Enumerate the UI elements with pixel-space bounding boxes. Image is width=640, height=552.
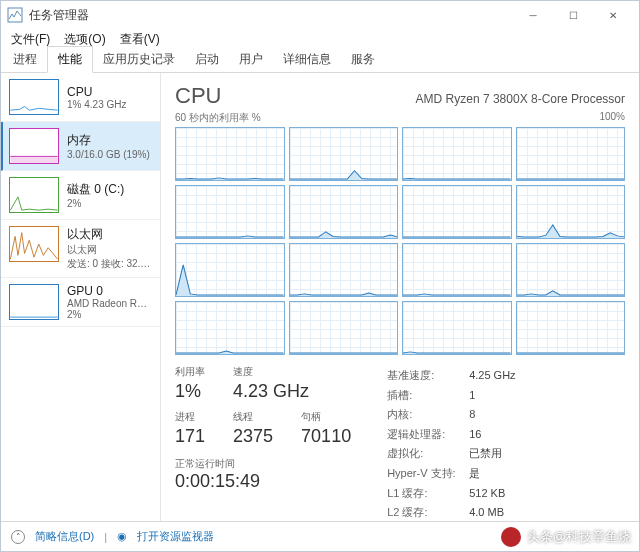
core-cell[interactable] xyxy=(289,243,399,297)
svg-rect-1 xyxy=(10,156,57,163)
core-cell[interactable] xyxy=(175,301,285,355)
handle-value: 70110 xyxy=(301,426,351,447)
sockets-value: 1 xyxy=(465,387,519,405)
watermark: 头条@科技章鱼烧 xyxy=(501,527,631,547)
tab-users[interactable]: 用户 xyxy=(229,47,273,72)
tabstrip: 进程 性能 应用历史记录 启动 用户 详细信息 服务 xyxy=(1,49,639,73)
open-resmon-link[interactable]: 打开资源监视器 xyxy=(137,529,214,544)
minimize-button[interactable]: ─ xyxy=(513,1,553,29)
sidebar-ethernet-sub: 以太网 xyxy=(67,243,152,257)
sidebar-item-gpu[interactable]: GPU 0AMD Radeon RX…2% xyxy=(1,278,160,327)
core-cell[interactable] xyxy=(402,185,512,239)
sockets-label: 插槽: xyxy=(383,387,463,405)
cpu-thumb-icon xyxy=(9,79,59,115)
ethernet-thumb-icon xyxy=(9,226,59,262)
l2-label: L2 缓存: xyxy=(383,504,463,521)
hyperv-value: 是 xyxy=(465,465,519,483)
sidebar-disk-title: 磁盘 0 (C:) xyxy=(67,181,124,198)
tab-startup[interactable]: 启动 xyxy=(185,47,229,72)
core-cell[interactable] xyxy=(402,301,512,355)
sidebar-gpu-title: GPU 0 xyxy=(67,284,152,298)
disk-thumb-icon xyxy=(9,177,59,213)
window-title: 任务管理器 xyxy=(29,7,513,24)
proc-value: 171 xyxy=(175,426,205,447)
sidebar-ethernet-title: 以太网 xyxy=(67,226,152,243)
avatar-icon xyxy=(501,527,521,547)
sidebar-gpu-sub2: 2% xyxy=(67,309,152,320)
sidebar-item-disk[interactable]: 磁盘 0 (C:)2% xyxy=(1,171,160,220)
page-title: CPU xyxy=(175,83,221,109)
core-cell[interactable] xyxy=(175,127,285,181)
chevron-up-icon[interactable]: ˄ xyxy=(11,530,25,544)
tab-details[interactable]: 详细信息 xyxy=(273,47,341,72)
core-cell[interactable] xyxy=(289,127,399,181)
l2-value: 4.0 MB xyxy=(465,504,519,521)
svg-marker-10 xyxy=(517,225,625,238)
hyperv-label: Hyper-V 支持: xyxy=(383,465,463,483)
tab-performance[interactable]: 性能 xyxy=(47,46,93,73)
content-pane: CPU AMD Ryzen 7 3800X 8-Core Processor 6… xyxy=(161,73,639,521)
core-cell[interactable] xyxy=(402,243,512,297)
cpu-info-table: 基准速度:4.25 GHz 插槽:1 内核:8 逻辑处理器:16 虚拟化:已禁用… xyxy=(381,365,521,521)
tab-services[interactable]: 服务 xyxy=(341,47,385,72)
close-button[interactable]: ✕ xyxy=(593,1,633,29)
thread-label: 线程 xyxy=(233,410,273,424)
util-label: 利用率 xyxy=(175,365,205,379)
sidebar-item-ethernet[interactable]: 以太网以太网发送: 0 接收: 32.0 Kbps xyxy=(1,220,160,278)
monitor-icon: ◉ xyxy=(117,530,127,543)
uptime-value: 0:00:15:49 xyxy=(175,471,351,492)
gpu-thumb-icon xyxy=(9,284,59,320)
logical-value: 16 xyxy=(465,426,519,444)
cores-label: 内核: xyxy=(383,406,463,424)
logical-label: 逻辑处理器: xyxy=(383,426,463,444)
watermark-text: 头条@科技章鱼烧 xyxy=(527,528,631,546)
core-cell[interactable] xyxy=(516,301,626,355)
core-cell[interactable] xyxy=(289,185,399,239)
svg-marker-11 xyxy=(176,265,284,296)
maximize-button[interactable]: ☐ xyxy=(553,1,593,29)
virt-label: 虚拟化: xyxy=(383,445,463,463)
core-grid xyxy=(175,127,625,355)
memory-thumb-icon xyxy=(9,128,59,164)
core-cell[interactable] xyxy=(516,127,626,181)
speed-label: 速度 xyxy=(233,365,309,379)
sidebar-ethernet-sub2: 发送: 0 接收: 32.0 Kbps xyxy=(67,257,152,271)
l1-value: 512 KB xyxy=(465,485,519,503)
sidebar-memory-sub: 3.0/16.0 GB (19%) xyxy=(67,149,150,160)
handle-label: 句柄 xyxy=(301,410,351,424)
sidebar-cpu-title: CPU xyxy=(67,85,126,99)
core-cell[interactable] xyxy=(175,243,285,297)
core-cell[interactable] xyxy=(402,127,512,181)
speed-value: 4.23 GHz xyxy=(233,381,309,402)
core-cell[interactable] xyxy=(516,243,626,297)
base-speed-label: 基准速度: xyxy=(383,367,463,385)
sidebar-cpu-sub: 1% 4.23 GHz xyxy=(67,99,126,110)
base-speed-value: 4.25 GHz xyxy=(465,367,519,385)
tab-processes[interactable]: 进程 xyxy=(3,47,47,72)
uptime-label: 正常运行时间 xyxy=(175,457,351,471)
cores-value: 8 xyxy=(465,406,519,424)
sidebar-item-memory[interactable]: 内存3.0/16.0 GB (19%) xyxy=(1,122,160,171)
fewer-details-link[interactable]: 简略信息(D) xyxy=(35,529,94,544)
chart-label-left: 60 秒内的利用率 % xyxy=(175,111,261,125)
sidebar-item-cpu[interactable]: CPU1% 4.23 GHz xyxy=(1,73,160,122)
util-value: 1% xyxy=(175,381,205,402)
proc-label: 进程 xyxy=(175,410,205,424)
sidebar: CPU1% 4.23 GHz 内存3.0/16.0 GB (19%) 磁盘 0 … xyxy=(1,73,161,521)
app-icon xyxy=(7,7,23,23)
sidebar-gpu-sub: AMD Radeon RX… xyxy=(67,298,152,309)
titlebar: 任务管理器 ─ ☐ ✕ xyxy=(1,1,639,29)
core-cell[interactable] xyxy=(289,301,399,355)
tab-app-history[interactable]: 应用历史记录 xyxy=(93,47,185,72)
thread-value: 2375 xyxy=(233,426,273,447)
processor-name: AMD Ryzen 7 3800X 8-Core Processor xyxy=(416,92,625,106)
menubar: 文件(F) 选项(O) 查看(V) xyxy=(1,29,639,49)
virt-value: 已禁用 xyxy=(465,445,519,463)
sidebar-memory-title: 内存 xyxy=(67,132,150,149)
core-cell[interactable] xyxy=(516,185,626,239)
sidebar-disk-sub: 2% xyxy=(67,198,124,209)
core-cell[interactable] xyxy=(175,185,285,239)
chart-label-right: 100% xyxy=(599,111,625,125)
l1-label: L1 缓存: xyxy=(383,485,463,503)
